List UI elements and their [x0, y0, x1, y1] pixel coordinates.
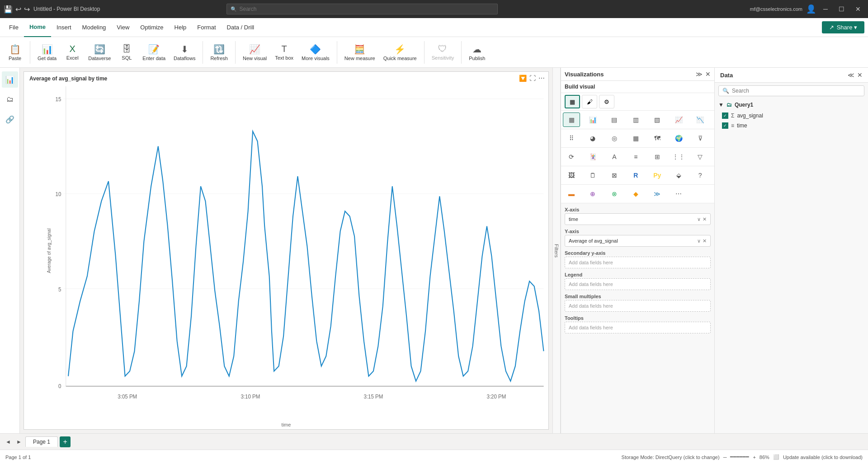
viz-custom1[interactable]: ⊕ [584, 187, 601, 201]
tooltips-placeholder[interactable]: Add data fields here [565, 322, 711, 333]
viz-pie[interactable]: ◕ [584, 131, 601, 145]
sql-button[interactable]: 🗄 SQL [115, 39, 138, 66]
sidebar-icon-report[interactable]: 📊 [2, 71, 18, 88]
global-search-bar[interactable]: 🔍 [226, 4, 498, 14]
data-search[interactable]: 🔍 [718, 85, 864, 96]
zoom-slider[interactable]: ━━━━━━ [730, 454, 749, 460]
menu-home[interactable]: Home [24, 18, 51, 37]
viz-card[interactable]: 🃏 [584, 150, 601, 164]
viz-py[interactable]: Py [649, 168, 666, 183]
viz-kpi[interactable]: A [606, 150, 623, 164]
secondary-y-placeholder[interactable]: Add data fields here [565, 257, 711, 268]
viz-gauge[interactable]: ⟳ [563, 150, 580, 164]
viz-matrix[interactable]: ⋮⋮ [670, 150, 687, 164]
share-button[interactable]: ↗ Share ▾ [822, 21, 864, 33]
viz-funnel[interactable]: ⊽ [692, 131, 709, 145]
update-available[interactable]: Update available (click to download) [783, 455, 863, 460]
page-tab-add[interactable]: + [60, 436, 71, 447]
menu-optimize[interactable]: Optimize [135, 18, 169, 37]
viz-type-brush[interactable]: 🖌 [582, 95, 597, 108]
viz-100-hbar[interactable]: ▧ [649, 112, 666, 127]
x-axis-clear[interactable]: ✕ [703, 216, 707, 222]
viz-bullet[interactable]: ▬ [563, 187, 580, 201]
more-options-icon[interactable]: ⋯ [538, 75, 545, 82]
query-header[interactable]: ▼ 🗂 Query1 [715, 99, 868, 111]
menu-format[interactable]: Format [192, 18, 221, 37]
viz-custom3[interactable]: ◆ [627, 187, 644, 201]
viz-bar[interactable]: 📊 [584, 112, 601, 127]
legend-placeholder[interactable]: Add data fields here [565, 278, 711, 290]
viz-r[interactable]: R [627, 168, 644, 183]
sensitivity-button[interactable]: 🛡 Sensitivity [428, 39, 458, 66]
redo-icon[interactable]: ↪ [24, 5, 30, 14]
page-view-icon[interactable]: ⬜ [773, 454, 779, 460]
refresh-button[interactable]: 🔃 Refresh [207, 39, 231, 66]
y-axis-value[interactable]: Average of avg_signal ∨ ✕ [565, 235, 711, 247]
sidebar-icon-data[interactable]: 🗂 [2, 91, 18, 108]
viz-scatter[interactable]: ⠿ [563, 131, 580, 145]
zoom-minus[interactable]: ─ [723, 455, 727, 460]
viz-type-bar-active[interactable]: ▦ [565, 95, 580, 108]
field-avg-signal-checkbox[interactable]: ✓ [722, 112, 728, 119]
publish-button[interactable]: ☁ Publish [465, 39, 489, 66]
dataverse-button[interactable]: 🔄 Dataverse [85, 39, 114, 66]
page-nav-prev[interactable]: ◄ [4, 437, 13, 446]
viz-decomp[interactable]: ⬙ [670, 168, 687, 183]
menu-view[interactable]: View [111, 18, 135, 37]
menu-modeling[interactable]: Modeling [77, 18, 112, 37]
page-nav-next[interactable]: ► [14, 437, 24, 446]
paste-button[interactable]: 📋 Paste [4, 39, 26, 66]
data-panel-expand[interactable]: ≪ [848, 71, 854, 79]
viz-panel-close[interactable]: ✕ [705, 70, 711, 78]
text-box-button[interactable]: T Text box [271, 39, 297, 66]
dataflows-button[interactable]: ⬇ Dataflows [170, 39, 199, 66]
y-axis-chevron[interactable]: ∨ [697, 238, 701, 244]
viz-img[interactable]: 🖼 [563, 168, 580, 183]
viz-qanda[interactable]: ? [692, 168, 709, 183]
more-visuals-button[interactable]: 🔷 More visuals [298, 39, 333, 66]
viz-custom2[interactable]: ⊗ [606, 187, 623, 201]
small-multiples-placeholder[interactable]: Add data fields here [565, 300, 711, 312]
filter-icon[interactable]: 🔽 [519, 75, 527, 82]
viz-treemap[interactable]: ▦ [627, 131, 644, 145]
enter-data-button[interactable]: 📝 Enter data [139, 39, 169, 66]
viz-matrix2[interactable]: ⊠ [606, 168, 623, 183]
filters-sidebar[interactable]: Filters [552, 68, 561, 433]
x-axis-chevron[interactable]: ∨ [697, 216, 701, 222]
data-panel-close[interactable]: ✕ [857, 71, 863, 79]
maximize-button[interactable]: ☐ [835, 5, 848, 13]
y-axis-clear[interactable]: ✕ [703, 238, 707, 244]
viz-custom4[interactable]: ≫ [649, 187, 666, 201]
viz-more[interactable]: ⋯ [670, 187, 687, 201]
excel-button[interactable]: X Excel [61, 39, 84, 66]
new-visual-button[interactable]: 📈 New visual [239, 39, 270, 66]
viz-table2[interactable]: 🗒 [584, 168, 601, 183]
expand-icon[interactable]: ⛶ [529, 75, 536, 82]
viz-panel-expand[interactable]: ≫ [696, 70, 703, 78]
viz-waterfall[interactable]: ▽ [692, 150, 709, 164]
user-avatar[interactable]: 👤 [806, 4, 816, 14]
close-button[interactable]: ✕ [852, 5, 864, 13]
field-avg-signal[interactable]: ✓ Σ avg_signal [715, 111, 868, 121]
viz-100-bar[interactable]: ▤ [606, 112, 623, 127]
data-search-input[interactable] [732, 88, 860, 94]
viz-type-filter[interactable]: ⚙ [599, 95, 614, 108]
page-tab-1[interactable]: Page 1 [25, 436, 58, 447]
get-data-button[interactable]: 📊 Get data [34, 39, 60, 66]
menu-help[interactable]: Help [169, 18, 192, 37]
new-measure-button[interactable]: 🧮 New measure [341, 39, 379, 66]
menu-file[interactable]: File [4, 18, 24, 37]
quick-measure-button[interactable]: ⚡ Quick measure [380, 39, 420, 66]
viz-slicer[interactable]: ≡ [627, 150, 644, 164]
viz-stacked-bar[interactable]: ▦ [563, 112, 580, 127]
sidebar-icon-model[interactable]: 🔗 [2, 111, 18, 127]
menu-insert[interactable]: Insert [51, 18, 77, 37]
undo-icon[interactable]: ↩ [15, 5, 21, 14]
viz-filled-map[interactable]: 🌍 [670, 131, 687, 145]
save-icon[interactable]: 💾 [4, 5, 13, 14]
field-time-checkbox[interactable]: ✓ [722, 122, 728, 129]
viz-area[interactable]: 📉 [692, 112, 709, 127]
menu-data-drill[interactable]: Data / Drill [222, 18, 260, 37]
storage-mode[interactable]: Storage Mode: DirectQuery (click to chan… [622, 455, 720, 460]
viz-hbar[interactable]: ▥ [627, 112, 644, 127]
